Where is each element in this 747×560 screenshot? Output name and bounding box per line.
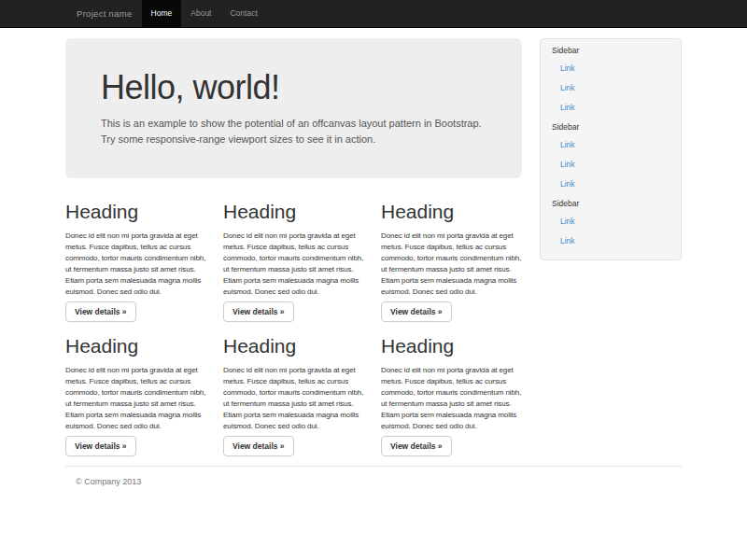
feature-card: Heading Donec id elit non mi porta gravi… xyxy=(65,188,206,322)
feature-card: Heading Donec id elit non mi porta gravi… xyxy=(65,322,206,456)
nav-item-home[interactable]: Home xyxy=(142,0,182,27)
main-column: Hello, world! This is an example to show… xyxy=(65,28,522,456)
nav-link-contact[interactable]: Contact xyxy=(220,0,266,27)
view-details-button[interactable]: View details » xyxy=(65,301,136,322)
card-heading: Heading xyxy=(223,201,364,222)
sidebar-link[interactable]: Link xyxy=(552,174,669,193)
sidebar-link[interactable]: Link xyxy=(552,231,669,250)
card-heading: Heading xyxy=(65,201,206,222)
content-row: Hello, world! This is an example to show… xyxy=(65,28,682,456)
view-details-button[interactable]: View details » xyxy=(223,301,294,322)
card-text: Donec id elit non mi porta gravida at eg… xyxy=(65,231,206,298)
footer-divider xyxy=(65,466,682,467)
card-heading: Heading xyxy=(381,201,522,222)
card-heading: Heading xyxy=(381,335,522,357)
sidebar-link[interactable]: Link xyxy=(552,154,669,174)
feature-card: Heading Donec id elit non mi porta gravi… xyxy=(381,188,522,322)
footer: © Company 2013 xyxy=(65,477,682,486)
card-text: Donec id elit non mi porta gravida at eg… xyxy=(223,231,364,298)
card-text: Donec id elit non mi porta gravida at eg… xyxy=(381,231,522,298)
card-text: Donec id elit non mi porta gravida at eg… xyxy=(381,365,522,432)
card-heading: Heading xyxy=(65,335,206,357)
jumbotron: Hello, world! This is an example to show… xyxy=(65,38,522,178)
card-text: Donec id elit non mi porta gravida at eg… xyxy=(223,365,364,432)
copyright-text: © Company 2013 xyxy=(76,477,682,486)
sidebar-group-title: Sidebar xyxy=(552,198,669,209)
nav-item-about[interactable]: About xyxy=(181,0,220,27)
nav-item-contact[interactable]: Contact xyxy=(220,0,266,27)
feature-card: Heading Donec id elit non mi porta gravi… xyxy=(223,322,364,456)
card-heading: Heading xyxy=(223,335,364,357)
nav-link-about[interactable]: About xyxy=(181,0,220,27)
cards-row-2: Heading Donec id elit non mi porta gravi… xyxy=(65,322,522,456)
jumbotron-description: This is an example to show the potential… xyxy=(101,116,486,147)
sidebar-link[interactable]: Link xyxy=(552,211,669,231)
sidebar-link[interactable]: Link xyxy=(552,77,669,97)
navbar-menu: Home About Contact xyxy=(142,0,267,27)
feature-card: Heading Donec id elit non mi porta gravi… xyxy=(223,188,364,322)
cards-row-1: Heading Donec id elit non mi porta gravi… xyxy=(65,188,522,322)
view-details-button[interactable]: View details » xyxy=(381,436,452,456)
sidebar-link[interactable]: Link xyxy=(552,134,669,154)
navbar-inner: Project name Home About Contact xyxy=(65,0,682,27)
view-details-button[interactable]: View details » xyxy=(223,436,294,456)
sidebar: Sidebar Link Link Link Sidebar Link Link… xyxy=(540,38,682,260)
sidebar-group-title: Sidebar xyxy=(552,121,669,133)
card-text: Donec id elit non mi porta gravida at eg… xyxy=(65,365,206,432)
jumbotron-title: Hello, world! xyxy=(101,69,486,106)
nav-link-home[interactable]: Home xyxy=(142,0,182,27)
sidebar-link[interactable]: Link xyxy=(552,58,669,77)
feature-card: Heading Donec id elit non mi porta gravi… xyxy=(381,322,522,456)
page-container: Hello, world! This is an example to show… xyxy=(65,28,682,486)
navbar-brand[interactable]: Project name xyxy=(65,0,142,27)
view-details-button[interactable]: View details » xyxy=(381,301,452,322)
navbar: Project name Home About Contact xyxy=(0,0,747,28)
sidebar-link[interactable]: Link xyxy=(552,97,669,117)
sidebar-group-title: Sidebar xyxy=(552,45,669,56)
view-details-button[interactable]: View details » xyxy=(65,436,136,456)
